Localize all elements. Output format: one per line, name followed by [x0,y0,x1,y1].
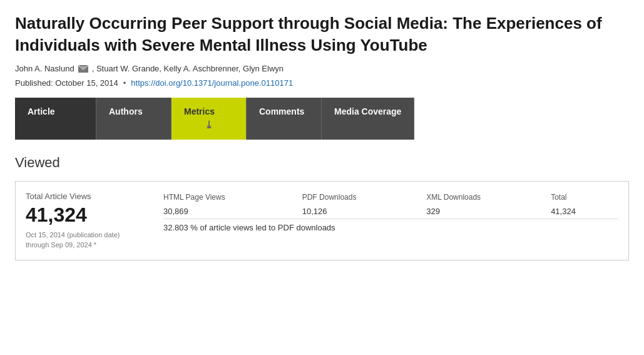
author-primary: John A. Naslund [15,64,74,73]
chevron-down-icon: ⤓ [205,119,213,131]
tab-comments[interactable]: Comments [247,98,322,140]
breakdown-section: HTML Page Views PDF Downloads XML Downlo… [163,192,618,235]
total-views-label: Total Article Views [26,192,138,201]
stats-box: Total Article Views 41,324 Oct 15, 2014 … [15,181,629,260]
total-views-section: Total Article Views 41,324 Oct 15, 2014 … [26,192,138,250]
email-icon[interactable] [78,65,88,73]
total-views-number: 41,324 [26,203,138,227]
authors-line: John A. Naslund , Stuart W. Grande, Kell… [15,64,629,73]
date-range-line2: through Sep 09, 2024 * [26,241,96,249]
separator: • [123,78,126,88]
pdf-note: 32.803 % of article views led to PDF dow… [163,223,335,232]
tab-metrics[interactable]: Metrics ⤓ [171,98,247,140]
svg-rect-0 [78,65,88,73]
authors-rest: , Stuart W. Grande, Kelly A. Aschbrenner… [92,64,284,73]
doi-link[interactable]: https://doi.org/10.1371/journal.pone.011… [131,78,293,88]
date-range: Oct 15, 2014 (publication date) through … [26,230,138,250]
published-date: Published: October 15, 2014 [15,78,118,88]
tab-media-coverage[interactable]: Media Coverage [322,98,414,140]
tab-article[interactable]: Article [15,98,96,140]
article-tabs: Article Authors Metrics ⤓ Comments Media… [15,98,629,140]
viewed-section-title: Viewed [15,155,629,171]
col-pdf-header: PDF Downloads [302,192,426,205]
breakdown-row: 30,869 10,126 329 41,324 [163,205,618,219]
publication-line: Published: October 15, 2014 • https://do… [15,78,629,88]
val-html: 30,869 [163,205,302,219]
val-total: 41,324 [551,205,618,219]
article-title: Naturally Occurring Peer Support through… [15,13,629,56]
val-xml: 329 [426,205,551,219]
metrics-content: Viewed Total Article Views 41,324 Oct 15… [15,140,629,275]
col-html-header: HTML Page Views [163,192,302,205]
date-range-line1: Oct 15, 2014 (publication date) [26,231,120,239]
col-total-header: Total [551,192,618,205]
col-xml-header: XML Downloads [426,192,551,205]
tab-authors[interactable]: Authors [96,98,171,140]
breakdown-table: HTML Page Views PDF Downloads XML Downlo… [163,192,618,235]
pdf-note-row: 32.803 % of article views led to PDF dow… [163,219,618,235]
val-pdf: 10,126 [302,205,426,219]
